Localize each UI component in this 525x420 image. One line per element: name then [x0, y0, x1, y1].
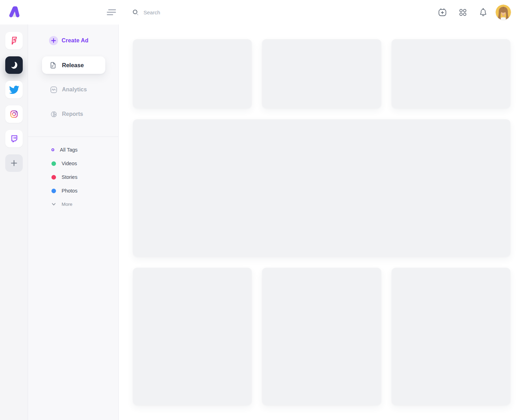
tag-filter-videos[interactable]: Videos	[51, 160, 77, 167]
skeleton-card	[262, 268, 381, 405]
tag-label: Photos	[62, 188, 77, 194]
workspace-envato-button[interactable]	[5, 56, 23, 74]
workspace-twitch-button[interactable]	[5, 130, 23, 147]
featured-skeleton-card	[133, 119, 510, 257]
avatar-image	[496, 5, 511, 20]
instagram-icon	[9, 109, 19, 119]
calendar-add-button[interactable]	[438, 7, 447, 17]
document-icon	[49, 61, 57, 69]
all-tags-ring-icon	[51, 148, 54, 151]
skeleton-card	[392, 39, 510, 108]
skeleton-card	[133, 39, 252, 108]
envato-leaf-icon	[9, 60, 19, 70]
tag-filter-stories[interactable]: Stories	[51, 174, 77, 181]
tag-label: All Tags	[60, 147, 78, 153]
search-icon	[132, 9, 139, 16]
top-card-row	[133, 39, 510, 108]
create-ad-label: Create Ad	[62, 37, 89, 44]
apps-grid-button[interactable]	[458, 7, 468, 17]
menu-icon[interactable]	[105, 9, 117, 16]
sidebar-item-reports-label: Reports	[62, 111, 83, 117]
app-logo[interactable]	[7, 5, 22, 19]
bottom-card-row	[133, 268, 510, 405]
skeleton-card	[392, 268, 510, 405]
sidebar: Create Ad Release Analytics Reports All …	[28, 24, 119, 420]
tag-filter-photos[interactable]: Photos	[51, 187, 77, 194]
pie-chart-icon	[50, 110, 58, 118]
tag-label: Videos	[62, 161, 77, 166]
create-ad-plus-icon	[49, 36, 58, 45]
sidebar-divider	[28, 136, 118, 137]
sidebar-item-reports[interactable]: Reports	[50, 109, 83, 119]
stories-dot-icon	[51, 175, 56, 180]
search-input[interactable]	[144, 9, 262, 15]
top-bar	[0, 0, 525, 24]
tags-more-toggle[interactable]: More	[51, 201, 72, 207]
skeleton-card	[133, 268, 252, 405]
user-avatar[interactable]	[496, 5, 511, 20]
workspace-foursquare-button[interactable]	[5, 32, 23, 49]
sidebar-item-release-label: Release	[62, 62, 84, 69]
logo-icon	[7, 5, 22, 19]
twitter-icon	[9, 85, 19, 95]
calendar-add-icon	[438, 8, 447, 17]
create-ad-button[interactable]: Create Ad	[49, 36, 89, 45]
photos-dot-icon	[51, 189, 56, 193]
add-workspace-button[interactable]	[5, 154, 23, 172]
apps-grid-icon	[458, 8, 467, 17]
sidebar-item-release[interactable]: Release	[42, 56, 105, 74]
videos-dot-icon	[51, 161, 56, 166]
notifications-button[interactable]	[478, 7, 488, 17]
tags-more-label: More	[62, 202, 72, 207]
twitch-icon	[9, 134, 19, 144]
workspace-rail	[0, 24, 28, 420]
tag-label: Stories	[62, 174, 77, 180]
cards-container	[133, 39, 510, 405]
workspace-instagram-button[interactable]	[5, 105, 23, 123]
chevron-down-icon	[51, 202, 56, 207]
tag-filter-all-tags[interactable]: All Tags	[51, 146, 78, 153]
workspace-twitter-button[interactable]	[5, 81, 23, 98]
foursquare-icon	[9, 36, 19, 46]
line-chart-icon	[50, 86, 58, 94]
content-area	[119, 24, 525, 420]
plus-icon	[10, 159, 18, 167]
sidebar-item-analytics-label: Analytics	[62, 86, 87, 93]
sidebar-item-analytics[interactable]: Analytics	[50, 85, 87, 94]
search-bar[interactable]	[132, 6, 279, 19]
skeleton-card	[262, 39, 381, 108]
notifications-bell-icon	[478, 8, 488, 17]
